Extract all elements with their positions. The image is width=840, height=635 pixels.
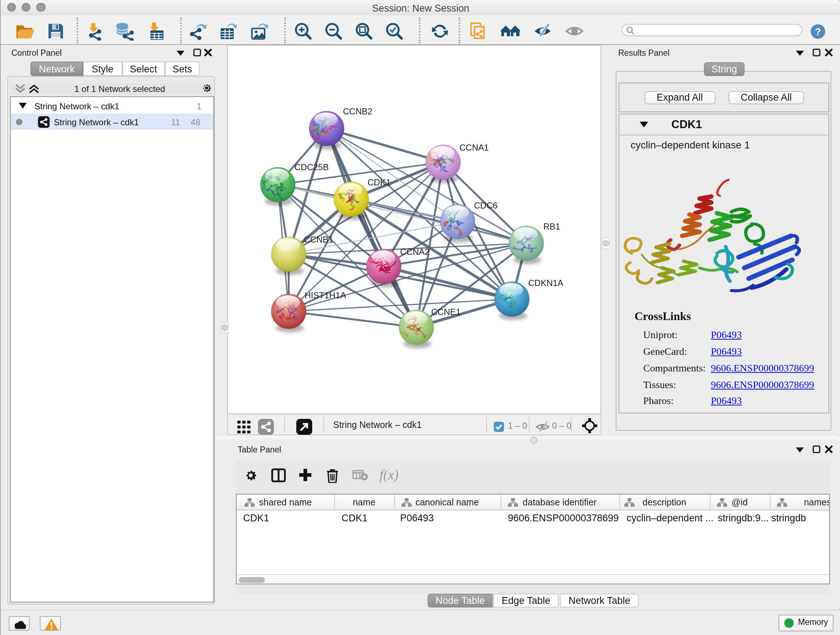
svg-text:CDC25B: CDC25B [294,162,329,172]
svg-text:CDK1: CDK1 [368,177,391,187]
svg-text:CCNA1: CCNA1 [459,143,489,152]
svg-text:CDKN1A: CDKN1A [528,278,563,288]
svg-text:CCNE1: CCNE1 [431,307,461,317]
svg-text:HIST1H1A: HIST1H1A [305,290,346,300]
svg-text:CCNB2: CCNB2 [343,106,372,116]
svg-text:RB1: RB1 [543,222,561,231]
svg-text:CDC6: CDC6 [474,201,497,211]
svg-text:?: ? [815,26,821,37]
svg-text:CCNA2: CCNA2 [400,247,429,257]
svg-text:CCNB1: CCNB1 [304,234,333,244]
